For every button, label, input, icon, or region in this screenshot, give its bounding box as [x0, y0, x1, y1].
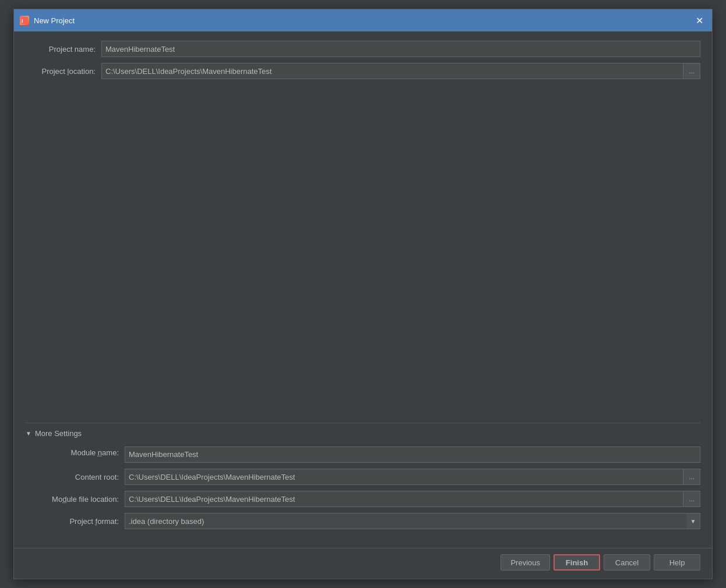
- module-file-location-row: Module file location: ...: [26, 491, 700, 507]
- more-settings-toggle[interactable]: ▼ More Settings: [26, 423, 700, 444]
- finish-button[interactable]: Finish: [554, 554, 600, 571]
- project-format-row: Project format: .idea (directory based) …: [26, 513, 700, 529]
- module-name-input[interactable]: [125, 447, 700, 463]
- svg-text:I: I: [22, 18, 23, 24]
- project-name-label: Project name:: [26, 45, 101, 54]
- project-name-row: Project name:: [26, 41, 700, 57]
- content-root-input-group: ...: [125, 469, 700, 485]
- module-file-location-input-group: ...: [125, 491, 700, 507]
- content-root-browse-button[interactable]: ...: [683, 469, 700, 485]
- content-root-label: Content root:: [26, 473, 125, 481]
- module-name-label: Module name:: [26, 446, 125, 463]
- project-location-browse-button[interactable]: ...: [683, 63, 700, 79]
- project-format-label: Project format:: [26, 517, 125, 526]
- project-name-input[interactable]: [101, 41, 700, 57]
- title-bar-left: I New Project: [20, 16, 75, 25]
- module-file-location-label: Module file location:: [26, 495, 125, 504]
- more-settings-body: Module name: Content root: ... Module fi…: [26, 444, 700, 541]
- intellij-logo-icon: I: [20, 16, 29, 25]
- project-format-select[interactable]: .idea (directory based) .ipr (file based…: [125, 513, 700, 529]
- title-bar: I New Project ✕: [14, 9, 712, 31]
- dialog-title: New Project: [34, 16, 75, 25]
- cancel-button[interactable]: Cancel: [604, 554, 650, 571]
- project-location-label: Project location:: [26, 67, 101, 76]
- more-settings-section: ▼ More Settings Module name: Content roo…: [26, 423, 700, 541]
- more-settings-label: More Settings: [35, 429, 82, 438]
- project-format-select-wrapper: .idea (directory based) .ipr (file based…: [125, 513, 700, 529]
- help-button[interactable]: Help: [654, 554, 700, 571]
- module-file-location-input[interactable]: [125, 491, 683, 507]
- dialog-footer: Previous Finish Cancel Help: [14, 548, 712, 579]
- close-button[interactable]: ✕: [692, 13, 706, 27]
- content-root-input[interactable]: [125, 469, 683, 485]
- middle-area: [26, 85, 700, 418]
- module-name-row: Module name:: [26, 446, 700, 463]
- project-location-input[interactable]: [101, 63, 683, 79]
- module-file-location-browse-button[interactable]: ...: [683, 491, 700, 507]
- project-location-input-group: ...: [101, 63, 700, 79]
- project-location-row: Project location: ...: [26, 63, 700, 79]
- dialog-content: Project name: Project location: ... ▼ Mo…: [14, 31, 712, 548]
- new-project-dialog: I New Project ✕ Project name: Project lo…: [13, 9, 713, 579]
- content-root-row: Content root: ...: [26, 469, 700, 485]
- previous-button[interactable]: Previous: [501, 554, 550, 571]
- more-settings-chevron-icon: ▼: [26, 430, 31, 437]
